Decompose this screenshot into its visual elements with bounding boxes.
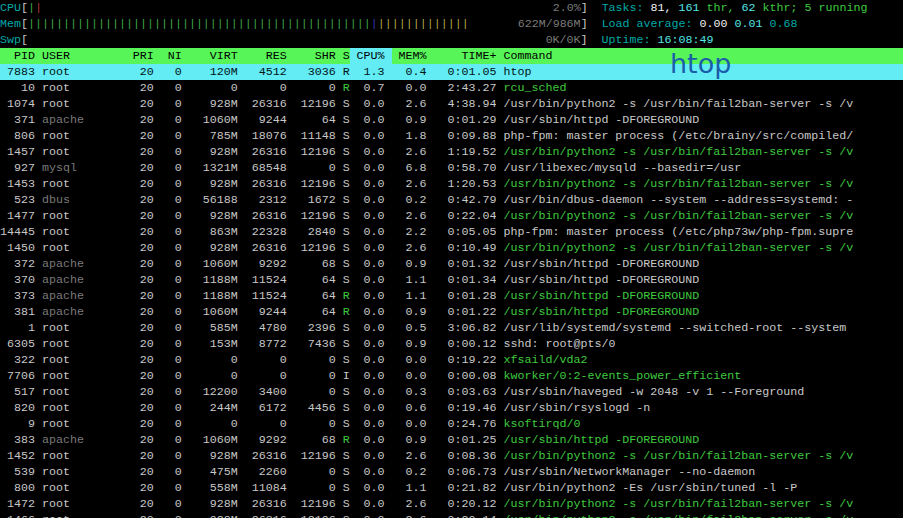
cell-s: I (343, 368, 350, 384)
cell-res: 68548 (245, 160, 287, 176)
cell-mem: 0.4 (392, 64, 427, 80)
cell-ni: 0 (161, 416, 182, 432)
cell-mem: 0.6 (392, 400, 427, 416)
cell-virt: 475M (189, 464, 238, 480)
cell-user: root (42, 336, 112, 352)
process-row-1450[interactable]: 1450root200928M2631612196S0.02.60:10.49/… (0, 240, 903, 256)
cell-cmd: /usr/bin/dbus-daemon --system --address=… (503, 192, 853, 208)
process-row-14445[interactable]: 14445root200863M223282840S0.02.20:05.05p… (0, 224, 903, 240)
cell-mem: 0.2 (392, 464, 427, 480)
process-row-373[interactable]: 373apache2001188M1152464R0.01.10:01.28/u… (0, 288, 903, 304)
cell-time: 4:38.94 (434, 96, 497, 112)
cell-pid: 370 (0, 272, 35, 288)
process-row-7883[interactable]: 7883root200120M45123036R1.30.40:01.05hto… (0, 64, 903, 80)
process-row-383[interactable]: 383apache2001060M929268R0.00.90:01.25/us… (0, 432, 903, 448)
process-row-820[interactable]: 820root200244M61724456S0.00.60:19.46/usr… (0, 400, 903, 416)
cell-cmd: /usr/bin/python2 -s /usr/bin/fail2ban-se… (503, 240, 853, 256)
column-header-cmd[interactable]: Command (503, 48, 552, 64)
cell-s: S (343, 496, 350, 512)
cell-pri: 20 (119, 224, 154, 240)
cell-time: 0:00.08 (434, 368, 497, 384)
red-bar: | (35, 1, 42, 15)
process-row-371[interactable]: 371apache2001060M924464S0.00.90:01.29/us… (0, 112, 903, 128)
cell-virt: 12200 (189, 384, 238, 400)
process-row-539[interactable]: 539root200475M22600S0.00.20:06.73/usr/sb… (0, 464, 903, 480)
cell-virt: 585M (189, 320, 238, 336)
cell-cmd: sshd: root@pts/0 (503, 336, 615, 352)
cell-pri: 20 (119, 416, 154, 432)
column-header-ni[interactable]: NI (161, 48, 182, 64)
cell-time: 0:19.22 (434, 352, 497, 368)
cell-pid: 517 (0, 384, 35, 400)
cell-cpu: 0.7 (357, 80, 385, 96)
process-row-381[interactable]: 381apache2001060M924464R0.00.90:01.22/us… (0, 304, 903, 320)
process-row-10[interactable]: 10root200000R0.70.02:43.27rcu_sched (0, 80, 903, 96)
cpu-meter: CPU[|| 2.0%] (0, 1, 602, 15)
cell-cpu: 1.3 (357, 64, 385, 80)
cell-pid: 381 (0, 304, 35, 320)
column-header-cpu[interactable]: CPU% (350, 48, 392, 64)
cell-cpu: 0.0 (357, 352, 385, 368)
process-row-1074[interactable]: 1074root200928M2631612196S0.02.64:38.94/… (0, 96, 903, 112)
htop-terminal: CPU[|| 2.0%] Tasks: 81, 161 thr, 62 kthr… (0, 0, 903, 518)
process-row-927[interactable]: 927mysql2001321M685480S0.06.80:58.70/usr… (0, 160, 903, 176)
cell-res: 18076 (245, 128, 287, 144)
cell-user: root (42, 496, 112, 512)
cell-pri: 20 (119, 448, 154, 464)
cell-virt: 928M (189, 96, 238, 112)
process-row-1477[interactable]: 1477root200928M2631612196S0.02.60:22.04/… (0, 208, 903, 224)
green-bar: ||||||||||||||||||||||||||||||||||||||||… (28, 17, 371, 31)
column-header-s[interactable]: S (343, 48, 350, 64)
column-header-pid[interactable]: PID (0, 48, 35, 64)
cell-s: R (343, 288, 350, 304)
cell-pri: 20 (119, 400, 154, 416)
cell-time: 0:08.36 (434, 448, 497, 464)
column-header-time[interactable]: TIME+ (434, 48, 497, 64)
cell-virt: 928M (189, 144, 238, 160)
process-row-1453[interactable]: 1453root200928M2631612196S0.02.61:20.53/… (0, 176, 903, 192)
cell-time: 0:09.88 (434, 128, 497, 144)
cell-virt: 928M (189, 240, 238, 256)
cell-s: S (343, 208, 350, 224)
column-header-user[interactable]: USER (42, 48, 112, 64)
process-row-800[interactable]: 800root200558M110840S0.01.10:21.82/usr/b… (0, 480, 903, 496)
cell-virt: 0 (189, 80, 238, 96)
cell-pid: 1472 (0, 496, 35, 512)
cell-shr: 12196 (294, 240, 336, 256)
process-row-806[interactable]: 806root200785M1807611148S0.01.80:09.88ph… (0, 128, 903, 144)
process-row-1457[interactable]: 1457root200928M2631612196S0.02.61:19.52/… (0, 144, 903, 160)
process-row-7706[interactable]: 7706root200000I0.00.00:00.08kworker/0:2-… (0, 368, 903, 384)
process-row-1[interactable]: 1root200585M47802396S0.00.53:06.82/usr/l… (0, 320, 903, 336)
cell-mem: 0.0 (392, 416, 427, 432)
cell-shr: 68 (294, 432, 336, 448)
process-row-1472[interactable]: 1472root200928M2631612196S0.02.60:20.12/… (0, 496, 903, 512)
column-header-res[interactable]: RES (245, 48, 287, 64)
cell-shr: 64 (294, 304, 336, 320)
column-header-mem[interactable]: MEM% (392, 48, 427, 64)
cell-time: 0:01.29 (434, 112, 497, 128)
cell-s: S (343, 176, 350, 192)
cell-ni: 0 (161, 368, 182, 384)
cell-time: 0:05.05 (434, 224, 497, 240)
process-row-322[interactable]: 322root200000S0.00.00:19.22xfsaild/vda2 (0, 352, 903, 368)
process-row-372[interactable]: 372apache2001060M929268S0.00.90:01.32/us… (0, 256, 903, 272)
cell-cpu: 0.0 (357, 384, 385, 400)
cell-cmd: /usr/sbin/haveged -w 2048 -v 1 --Foregro… (503, 384, 804, 400)
column-header-shr[interactable]: SHR (294, 48, 336, 64)
cell-mem: 2.6 (392, 208, 427, 224)
column-header-pri[interactable]: PRI (119, 48, 154, 64)
column-header-virt[interactable]: VIRT (189, 48, 238, 64)
cell-s: S (343, 352, 350, 368)
process-row-523[interactable]: 523dbus2005618823121672S0.00.20:42.79/us… (0, 192, 903, 208)
cell-s: S (343, 240, 350, 256)
cell-cpu: 0.0 (357, 448, 385, 464)
process-row-6305[interactable]: 6305root200153M87727436S0.00.90:00.12ssh… (0, 336, 903, 352)
process-row-9[interactable]: 9root200000S0.00.00:24.76ksoftirqd/0 (0, 416, 903, 432)
process-row-517[interactable]: 517root2001220034000S0.00.30:03.63/usr/s… (0, 384, 903, 400)
cell-res: 4512 (245, 64, 287, 80)
process-row-1466[interactable]: 1466root200928M2631612196S0.02.60:20.14/… (0, 512, 903, 518)
cell-time: 0:03.63 (434, 384, 497, 400)
cell-pid: 806 (0, 128, 35, 144)
process-row-1452[interactable]: 1452root200928M2631612196S0.02.60:08.36/… (0, 448, 903, 464)
process-row-370[interactable]: 370apache2001188M1152464S0.01.10:01.34/u… (0, 272, 903, 288)
